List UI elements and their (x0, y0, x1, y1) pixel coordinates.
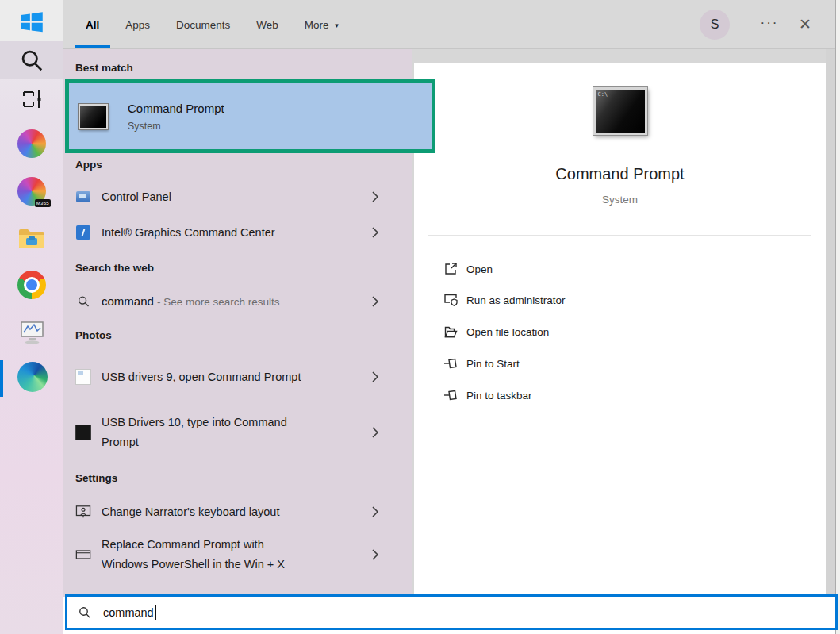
start-button[interactable] (0, 0, 63, 41)
web-suffix: - See more search results (157, 296, 280, 308)
chevron-right-icon (371, 190, 379, 203)
dropdown-arrow-icon: ▼ (334, 22, 340, 29)
action-label: Open (466, 263, 493, 275)
web-query: command (102, 294, 154, 308)
action-run-as-administrator[interactable]: Run as administrator (414, 286, 826, 314)
preview-title: Command Prompt (414, 165, 826, 183)
search-input-value: command (103, 606, 154, 619)
account-avatar[interactable]: S (700, 10, 730, 40)
text-cursor (155, 605, 157, 620)
chevron-right-icon (371, 226, 379, 239)
search-filter-tabs: All Apps Documents Web More▼ (86, 0, 340, 49)
window-edge (826, 49, 835, 597)
result-label: Control Panel (102, 187, 339, 207)
edge-active-indicator (0, 360, 3, 397)
more-options-button[interactable]: ··· (754, 13, 785, 37)
chrome-icon[interactable] (17, 271, 46, 299)
task-view-icon[interactable] (21, 86, 44, 112)
best-match-result[interactable]: Command Prompt System (69, 83, 432, 149)
section-best-match: Best match (75, 62, 133, 74)
section-settings: Settings (75, 472, 117, 484)
file-explorer-icon[interactable] (18, 227, 45, 251)
action-label: Run as administrator (466, 294, 566, 306)
action-pin-to-start[interactable]: Pin to Start (414, 349, 826, 378)
tab-all[interactable]: All (86, 19, 99, 31)
result-narrator-setting[interactable]: Change Narrator's keyboard layout (63, 497, 412, 527)
photo-thumbnail-icon (75, 369, 91, 385)
run-as-admin-icon (443, 293, 458, 307)
section-apps: Apps (75, 159, 102, 171)
copilot-icon[interactable] (17, 129, 46, 158)
preview-panel: C:\ Command Prompt System Open Run (414, 63, 826, 597)
result-photo-usb9[interactable]: USB drivers 9, open Command Prompt (63, 354, 412, 400)
edge-icon[interactable] (17, 362, 48, 392)
result-label: Change Narrator's keyboard layout (102, 502, 304, 522)
search-icon (78, 605, 92, 620)
windows-start-icon[interactable] (20, 10, 44, 34)
m365-copilot-icon[interactable]: M365 (17, 177, 46, 206)
tab-documents[interactable]: Documents (176, 19, 230, 31)
chevron-right-icon (371, 426, 379, 439)
chevron-right-icon (371, 371, 379, 383)
result-intel-gcc[interactable]: Intel® Graphics Command Center (63, 217, 412, 248)
preview-subtitle: System (414, 194, 826, 206)
section-search-the-web: Search the web (75, 262, 154, 274)
tab-more-label: More (305, 19, 329, 31)
best-match-title: Command Prompt (128, 102, 224, 115)
screen-edge (835, 0, 840, 634)
best-match-subtitle: System (128, 121, 224, 132)
cmd-prompt-glyph: C:\ (598, 91, 608, 98)
search-icon (77, 295, 90, 309)
result-label: Intel® Graphics Command Center (102, 223, 339, 243)
command-prompt-icon-large: C:\ (593, 87, 647, 135)
search-results-panel: Best match Command Prompt System Apps Co… (63, 49, 412, 597)
pin-icon (443, 388, 458, 402)
result-web-search[interactable]: command - See more search results (63, 286, 412, 317)
system-monitor-icon[interactable] (18, 319, 45, 346)
result-label: USB Drivers 10, type into Command Prompt (102, 413, 304, 452)
chevron-right-icon (371, 295, 379, 308)
taskbar-search-button[interactable] (0, 41, 63, 79)
control-panel-icon (76, 191, 90, 202)
narrator-icon (75, 505, 91, 519)
photo-thumbnail-icon (75, 425, 91, 440)
chevron-right-icon (371, 505, 379, 518)
action-pin-to-taskbar[interactable]: Pin to taskbar (414, 381, 826, 409)
command-prompt-icon (79, 104, 108, 129)
chevron-right-icon (371, 548, 379, 561)
close-icon[interactable]: ✕ (792, 11, 819, 38)
search-input[interactable]: command (65, 594, 838, 630)
result-label: Replace Command Prompt with Windows Powe… (102, 535, 304, 574)
m365-badge: M365 (35, 199, 51, 207)
open-icon (443, 262, 458, 276)
search-icon (19, 48, 45, 74)
section-photos: Photos (75, 329, 112, 341)
action-label: Pin to Start (466, 358, 520, 370)
window-icon (75, 549, 91, 560)
annotation-highlight-box: Command Prompt System (65, 79, 435, 153)
result-label: USB drivers 9, open Command Prompt (102, 367, 304, 387)
open-file-location-icon (443, 325, 458, 339)
tab-web[interactable]: Web (256, 19, 278, 31)
pin-icon (443, 356, 458, 371)
action-label: Open file location (466, 326, 549, 338)
result-control-panel[interactable]: Control Panel (63, 182, 412, 212)
search-window-header: All Apps Documents Web More▼ S ··· ✕ (63, 0, 835, 49)
divider (428, 235, 811, 236)
intel-gcc-icon (76, 225, 90, 240)
action-open-file-location[interactable]: Open file location (414, 317, 826, 346)
result-photo-usb10[interactable]: USB Drivers 10, type into Command Prompt (63, 409, 412, 455)
action-open[interactable]: Open (414, 255, 826, 283)
result-replace-cmd-setting[interactable]: Replace Command Prompt with Windows Powe… (63, 532, 412, 578)
preview-panel-background: C:\ Command Prompt System Open Run (412, 49, 835, 597)
taskbar: M365 (0, 0, 63, 634)
tab-more[interactable]: More▼ (305, 19, 340, 31)
tab-apps[interactable]: Apps (125, 19, 150, 31)
action-label: Pin to taskbar (466, 390, 532, 402)
